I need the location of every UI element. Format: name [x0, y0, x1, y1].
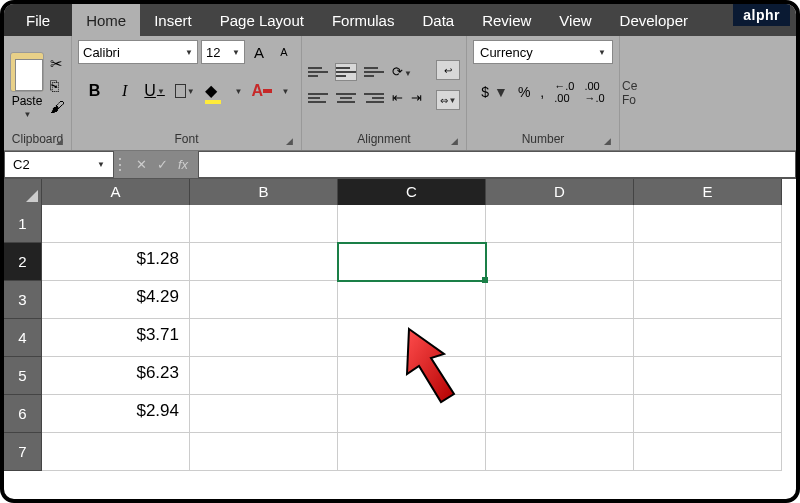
name-box[interactable]: C2▼: [4, 151, 114, 178]
increase-indent-icon[interactable]: ⇥: [411, 90, 422, 106]
row-header[interactable]: 5: [4, 357, 42, 395]
cell[interactable]: [634, 357, 782, 395]
col-header-b[interactable]: B: [190, 179, 338, 205]
cell[interactable]: [486, 433, 634, 471]
chevron-down-icon[interactable]: ▼: [24, 110, 32, 119]
copy-icon[interactable]: ⎘: [50, 77, 65, 94]
cut-icon[interactable]: ✂: [50, 55, 65, 73]
cell[interactable]: [486, 243, 634, 281]
cell[interactable]: [190, 433, 338, 471]
cell[interactable]: [190, 395, 338, 433]
cell[interactable]: [634, 395, 782, 433]
col-header-c[interactable]: C: [338, 179, 486, 205]
increase-decimal-button[interactable]: ←.0.00: [554, 80, 574, 104]
cell[interactable]: $1.28: [42, 243, 190, 281]
row-header[interactable]: 1: [4, 205, 42, 243]
border-button[interactable]: ▼: [174, 80, 196, 102]
fill-color-button[interactable]: ◆: [204, 80, 226, 102]
dialog-launcher-icon[interactable]: ◢: [286, 136, 293, 146]
cell[interactable]: [338, 205, 486, 243]
align-center-icon[interactable]: [336, 90, 356, 106]
cell[interactable]: [486, 319, 634, 357]
font-name-select[interactable]: Calibri▼: [78, 40, 198, 64]
cell-selected[interactable]: [338, 243, 486, 281]
dialog-launcher-icon[interactable]: ◢: [604, 136, 611, 146]
cell[interactable]: [190, 243, 338, 281]
italic-button[interactable]: I: [114, 80, 136, 102]
dialog-launcher-icon[interactable]: ◢: [451, 136, 458, 146]
col-header-a[interactable]: A: [42, 179, 190, 205]
accounting-format-button[interactable]: $ ▼: [481, 84, 508, 100]
merge-center-button[interactable]: ⇔▼: [436, 90, 460, 110]
paste-button[interactable]: Paste: [12, 94, 43, 108]
cell[interactable]: [42, 205, 190, 243]
worksheet-grid[interactable]: A B C D E 1 2$1.28 3$4.29 4$3.71 5$6.23 …: [4, 179, 796, 499]
cell[interactable]: $6.23: [42, 357, 190, 395]
row-header[interactable]: 7: [4, 433, 42, 471]
row-header[interactable]: 2: [4, 243, 42, 281]
cell[interactable]: [338, 281, 486, 319]
cell[interactable]: [634, 433, 782, 471]
cancel-formula-icon[interactable]: ✕: [136, 157, 147, 172]
fx-icon[interactable]: fx: [178, 157, 188, 172]
underline-button[interactable]: U▼: [144, 80, 166, 102]
row-header[interactable]: 4: [4, 319, 42, 357]
percent-format-button[interactable]: %: [518, 84, 530, 100]
number-format-select[interactable]: Currency▼: [473, 40, 613, 64]
align-bottom-icon[interactable]: [364, 64, 384, 80]
cell[interactable]: $2.94: [42, 395, 190, 433]
comma-format-button[interactable]: ,: [540, 84, 544, 100]
cell[interactable]: [634, 243, 782, 281]
cell[interactable]: [190, 319, 338, 357]
format-painter-icon[interactable]: 🖌: [50, 98, 65, 115]
cell[interactable]: [190, 205, 338, 243]
align-left-icon[interactable]: [308, 90, 328, 106]
namebox-resize-handle[interactable]: ⋮: [114, 151, 126, 178]
cell[interactable]: [338, 433, 486, 471]
cell[interactable]: [486, 205, 634, 243]
tab-file[interactable]: File: [4, 4, 72, 36]
row-header[interactable]: 6: [4, 395, 42, 433]
font-size-select[interactable]: 12▼: [201, 40, 245, 64]
orientation-icon[interactable]: ⟳▼: [392, 64, 412, 80]
select-all-corner[interactable]: [4, 179, 42, 205]
row-header[interactable]: 3: [4, 281, 42, 319]
paste-icon[interactable]: [10, 52, 44, 92]
tab-data[interactable]: Data: [408, 4, 468, 36]
cell[interactable]: [486, 395, 634, 433]
cell[interactable]: [190, 357, 338, 395]
cell[interactable]: [338, 395, 486, 433]
col-header-d[interactable]: D: [486, 179, 634, 205]
decrease-decimal-button[interactable]: .00→.0: [584, 80, 604, 104]
tab-review[interactable]: Review: [468, 4, 545, 36]
increase-font-icon[interactable]: A: [248, 41, 270, 63]
formula-input[interactable]: [198, 151, 796, 178]
tab-page-layout[interactable]: Page Layout: [206, 4, 318, 36]
confirm-formula-icon[interactable]: ✓: [157, 157, 168, 172]
cell[interactable]: [42, 433, 190, 471]
decrease-indent-icon[interactable]: ⇤: [392, 90, 403, 106]
align-top-icon[interactable]: [308, 64, 328, 80]
align-middle-icon[interactable]: [336, 64, 356, 80]
cell[interactable]: $3.71: [42, 319, 190, 357]
tab-home[interactable]: Home: [72, 4, 140, 36]
cell[interactable]: [338, 357, 486, 395]
cell[interactable]: [634, 319, 782, 357]
font-color-button[interactable]: A: [251, 80, 273, 102]
align-right-icon[interactable]: [364, 90, 384, 106]
col-header-e[interactable]: E: [634, 179, 782, 205]
tab-insert[interactable]: Insert: [140, 4, 206, 36]
tab-formulas[interactable]: Formulas: [318, 4, 409, 36]
wrap-text-button[interactable]: ↩: [436, 60, 460, 80]
decrease-font-icon[interactable]: A: [273, 41, 295, 63]
cell[interactable]: [634, 205, 782, 243]
cell[interactable]: [634, 281, 782, 319]
bold-button[interactable]: B: [84, 80, 106, 102]
cell[interactable]: [486, 357, 634, 395]
cell[interactable]: [190, 281, 338, 319]
tab-developer[interactable]: Developer: [606, 4, 702, 36]
cell[interactable]: [486, 281, 634, 319]
cell[interactable]: $4.29: [42, 281, 190, 319]
dialog-launcher-icon[interactable]: ◢: [56, 136, 63, 146]
tab-view[interactable]: View: [545, 4, 605, 36]
